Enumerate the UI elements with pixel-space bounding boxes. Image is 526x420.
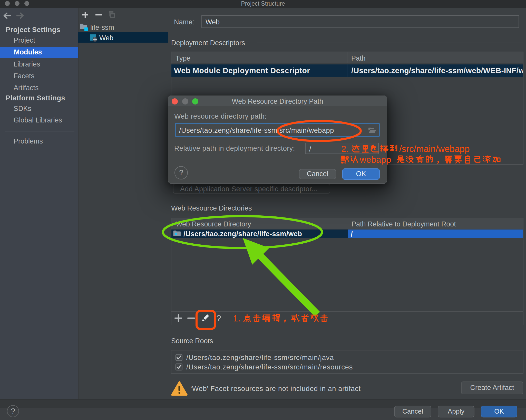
svg-text:1.: 1. (233, 313, 240, 323)
svg-text:2.: 2. (341, 144, 349, 154)
svg-text:webapp: webapp (359, 155, 391, 165)
svg-text:/src/main/webapp: /src/main/webapp (399, 144, 470, 154)
